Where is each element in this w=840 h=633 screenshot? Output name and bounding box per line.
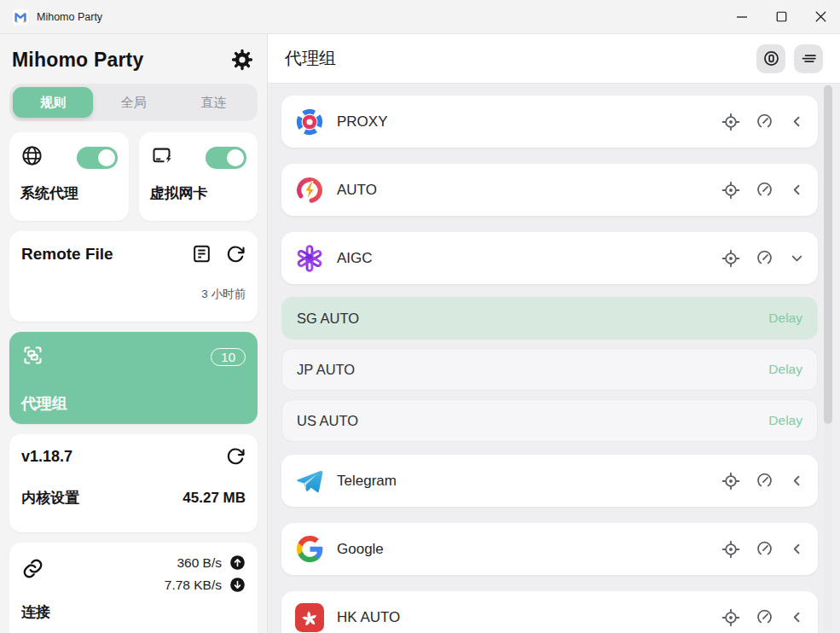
speed-test-icon[interactable] [756, 540, 773, 558]
proxy-node-row[interactable]: US AUTODelay [281, 399, 818, 442]
chevron-left-icon[interactable] [789, 473, 805, 489]
core-memory: 45.27 MB [182, 490, 246, 507]
delay-label: Delay [768, 413, 802, 428]
proxy-group-list: PROXYAUTOAIGCSG AUTODelayJP AUTODelayUS … [268, 84, 840, 633]
restart-core-button[interactable] [225, 446, 246, 467]
proxy-groups-nav-label: 代理组 [21, 393, 246, 414]
minimize-button[interactable] [722, 0, 762, 34]
locate-icon[interactable] [721, 608, 740, 627]
tun-card[interactable]: 虚拟网卡 [139, 132, 258, 221]
network-card-icon [150, 144, 173, 171]
system-proxy-card[interactable]: 系统代理 [9, 132, 129, 221]
proxy-group-row[interactable]: PROXY [281, 96, 818, 148]
refresh-icon [225, 244, 246, 264]
edit-profile-button[interactable] [191, 243, 212, 264]
main-header: 代理组 [268, 34, 840, 84]
sidebar: Mihomo Party [0, 34, 268, 633]
upload-speed: 360 B/s [177, 555, 222, 571]
tab-global[interactable]: 全局 [93, 87, 173, 118]
auto-logo-icon [294, 175, 325, 206]
main-panel: 代理组 PROXYAUTOAIGCSG AUTODelayJP AUTODela… [268, 34, 840, 633]
maximize-icon [773, 8, 791, 26]
speed-test-icon[interactable] [756, 113, 773, 131]
sidebar-app-title: Mihomo Party [12, 49, 143, 72]
connection-card[interactable]: 360 B/s 7.78 KB/s 连接 [9, 543, 258, 633]
tun-toggle[interactable] [206, 147, 246, 169]
scrollbar-track [824, 85, 832, 631]
locate-icon[interactable] [721, 113, 740, 131]
chevron-left-icon[interactable] [789, 541, 805, 557]
delay-test-all-button[interactable] [756, 44, 785, 73]
proxy-node-name: US AUTO [297, 413, 358, 429]
proxy-node-row[interactable]: JP AUTODelay [281, 348, 818, 391]
document-icon [191, 243, 212, 264]
proxy-node-row[interactable]: SG AUTODelay [281, 297, 818, 340]
text-lines-icon [800, 49, 818, 67]
proxy-group-row[interactable]: Google [281, 523, 818, 575]
delay-label: Delay [768, 311, 802, 326]
minimize-icon [733, 8, 751, 26]
update-profile-button[interactable] [225, 244, 246, 264]
gear-icon [230, 48, 254, 72]
proxy-group-count-badge: 10 [211, 348, 246, 366]
google-logo-icon [294, 534, 325, 565]
proxy-group-row[interactable]: Telegram [281, 455, 818, 507]
tun-label: 虚拟网卡 [150, 183, 247, 203]
titlebar: Mihomo Party [0, 0, 840, 34]
proxy-group-row[interactable]: HK AUTO [281, 591, 818, 633]
openai-logo-icon [294, 243, 325, 274]
chevron-left-icon[interactable] [789, 113, 805, 130]
system-proxy-label: 系统代理 [20, 183, 118, 203]
telegram-logo-icon [294, 466, 325, 497]
locate-icon[interactable] [721, 540, 740, 559]
profile-name: Remote File [21, 245, 113, 264]
maximize-button[interactable] [762, 0, 801, 34]
close-icon [812, 8, 830, 26]
locate-icon[interactable] [721, 472, 740, 491]
speed-test-icon[interactable] [756, 181, 773, 199]
tab-rule[interactable]: 规则 [13, 87, 93, 118]
link-icon [21, 557, 44, 584]
locate-icon[interactable] [721, 181, 740, 200]
proxy-group-name: AIGC [337, 250, 373, 267]
system-proxy-toggle[interactable] [77, 147, 118, 169]
chevron-left-icon[interactable] [789, 609, 805, 625]
chevron-left-icon[interactable] [789, 182, 805, 198]
profile-updated-time: 3 小时前 [21, 287, 246, 302]
group-list-style-button[interactable] [794, 44, 823, 73]
speed-test-icon[interactable] [756, 472, 773, 490]
app-logo-icon [12, 9, 29, 26]
hongkong-logo-icon [294, 602, 325, 633]
scan-group-icon [21, 344, 44, 370]
proxy-group-name: HK AUTO [337, 609, 400, 626]
sidebar-item-proxy-groups[interactable]: 10 代理组 [9, 332, 258, 424]
outbound-mode-tabbar: 规则全局直连 [9, 84, 258, 121]
speed-test-icon[interactable] [756, 249, 773, 267]
core-settings-label: 内核设置 [21, 488, 79, 508]
locate-icon[interactable] [721, 249, 740, 268]
delay-label: Delay [768, 362, 802, 377]
proxy-node-list: SG AUTODelayJP AUTODelayUS AUTODelay [281, 297, 818, 442]
chevron-down-icon[interactable] [789, 250, 805, 266]
proxy-node-name: JP AUTO [297, 362, 355, 378]
proxy-group-name: AUTO [337, 182, 377, 199]
proxy-group-row[interactable]: AUTO [281, 164, 818, 216]
core-card[interactable]: v1.18.7 内核设置 45.27 MB [9, 434, 258, 532]
proxy-group-row[interactable]: AIGC [281, 232, 818, 284]
connection-nav-label: 连接 [21, 602, 246, 622]
download-arrow-icon [229, 577, 246, 593]
settings-button[interactable] [229, 47, 255, 73]
close-button[interactable] [801, 0, 840, 34]
download-speed: 7.78 KB/s [165, 578, 222, 593]
speed-test-icon[interactable] [756, 608, 773, 626]
core-version: v1.18.7 [21, 448, 72, 466]
tab-direct[interactable]: 直连 [174, 87, 254, 118]
circle-d-icon [762, 49, 780, 67]
window-title: Mihomo Party [37, 11, 102, 23]
profile-card[interactable]: Remote File 3 小时前 [9, 231, 258, 322]
page-title: 代理组 [285, 47, 336, 70]
globe-icon [20, 144, 43, 171]
scrollbar-thumb[interactable] [824, 85, 832, 424]
proxy-logo-icon [294, 107, 325, 137]
proxy-node-name: SG AUTO [297, 311, 359, 327]
